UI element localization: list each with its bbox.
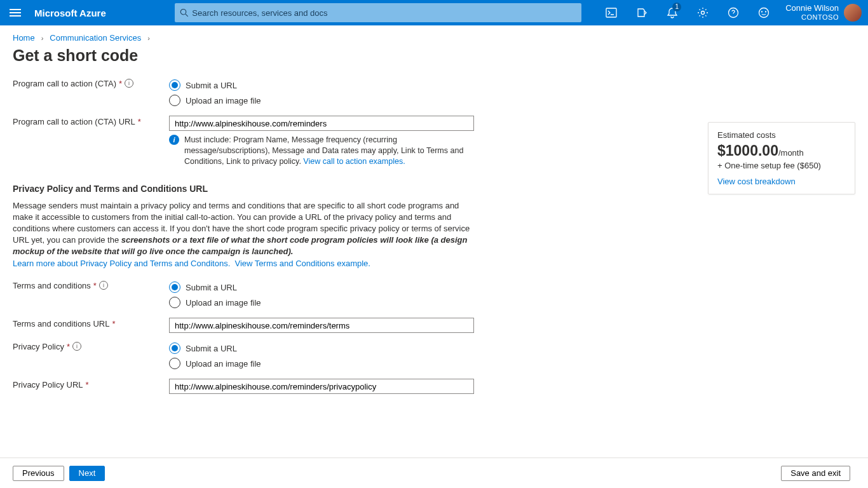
terms-url-input[interactable] (169, 318, 474, 333)
breadcrumb-home[interactable]: Home (13, 33, 35, 43)
menu-icon[interactable] (0, 0, 31, 25)
breadcrumb-service[interactable]: Communication Services (50, 33, 141, 43)
breadcrumb: Home › Communication Services › (13, 33, 855, 43)
svg-rect-0 (10, 9, 21, 10)
pp-radio-url[interactable]: Submit a URL (169, 341, 483, 356)
header-icons: 1 Connie Wilson CONTOSO (596, 0, 868, 25)
svg-point-9 (762, 11, 763, 12)
privacy-section-title: Privacy Policy and Terms and Conditions … (13, 184, 483, 194)
privacy-paragraph: Message senders must maintain a privacy … (13, 200, 470, 257)
user-name: Connie Wilson (785, 4, 839, 13)
terms-label: Terms and conditions (13, 281, 91, 290)
cta-hint: Must include: Program Name, Message freq… (184, 135, 477, 167)
cta-label: Program call to action (CTA) (13, 79, 116, 88)
cta-examples-link[interactable]: View call to action examples. (303, 157, 405, 166)
cta-radio-url[interactable]: Submit a URL (169, 78, 483, 93)
terms-radio-upload[interactable]: Upload an image file (169, 295, 483, 310)
pp-label: Privacy Policy (13, 342, 64, 351)
notification-badge: 1 (672, 3, 681, 11)
svg-line-4 (186, 14, 188, 17)
pp-url-input[interactable] (169, 379, 474, 394)
next-button[interactable]: Next (69, 466, 105, 481)
directory-icon[interactable] (627, 0, 657, 25)
svg-point-8 (759, 8, 769, 18)
svg-rect-5 (606, 8, 616, 17)
settings-icon[interactable] (688, 0, 718, 25)
terms-url-label: Terms and conditions URL (13, 319, 109, 329)
pp-radio-upload[interactable]: Upload an image file (169, 356, 483, 371)
chevron-right-icon: › (41, 34, 44, 42)
cloudshell-icon[interactable] (596, 0, 627, 25)
footer-bar: Previous Next Save and exit (0, 458, 868, 488)
search-input[interactable] (192, 8, 576, 18)
cost-card: Estimated costs $1000.00/month + One-tim… (708, 122, 855, 194)
cost-amount: $1000.00 (717, 142, 778, 159)
cta-url-label: Program call to action (CTA) URL (13, 117, 135, 126)
cost-fee: + One-time setup fee ($650) (717, 161, 846, 170)
svg-rect-2 (10, 15, 21, 17)
content-area: Home › Communication Services › Get a sh… (0, 25, 868, 458)
svg-point-6 (702, 11, 705, 15)
info-icon[interactable]: i (72, 342, 81, 351)
help-icon[interactable] (718, 0, 749, 25)
learn-more-link[interactable]: Learn more about Privacy Policy and Term… (13, 259, 230, 268)
info-icon[interactable]: i (99, 281, 108, 290)
search-box[interactable] (175, 3, 581, 22)
cost-title: Estimated costs (717, 130, 846, 140)
previous-button[interactable]: Previous (13, 466, 64, 481)
cost-breakdown-link[interactable]: View cost breakdown (717, 177, 796, 186)
user-menu[interactable]: Connie Wilson CONTOSO (779, 4, 868, 22)
svg-rect-1 (10, 12, 21, 13)
terms-radio-url[interactable]: Submit a URL (169, 280, 483, 295)
save-exit-button[interactable]: Save and exit (781, 466, 850, 481)
cta-radio-upload[interactable]: Upload an image file (169, 93, 483, 108)
user-tenant: CONTOSO (785, 13, 839, 22)
top-header: Microsoft Azure 1 Connie Wilson CONTOSO (0, 0, 868, 25)
info-icon[interactable]: i (125, 79, 133, 88)
view-terms-example-link[interactable]: View Terms and Conditions example. (235, 259, 370, 268)
brand-label[interactable]: Microsoft Azure (31, 8, 116, 18)
cta-url-input[interactable] (169, 116, 474, 131)
chevron-right-icon: › (147, 34, 150, 42)
pp-url-label: Privacy Policy URL (13, 380, 83, 390)
feedback-icon[interactable] (749, 0, 779, 25)
svg-point-10 (766, 11, 766, 12)
svg-point-3 (180, 9, 186, 14)
search-icon (180, 8, 189, 17)
cost-period: /month (778, 148, 804, 158)
page-title: Get a short code (13, 46, 855, 65)
info-icon: i (169, 135, 179, 145)
notifications-icon[interactable]: 1 (657, 0, 688, 25)
avatar (844, 4, 862, 22)
